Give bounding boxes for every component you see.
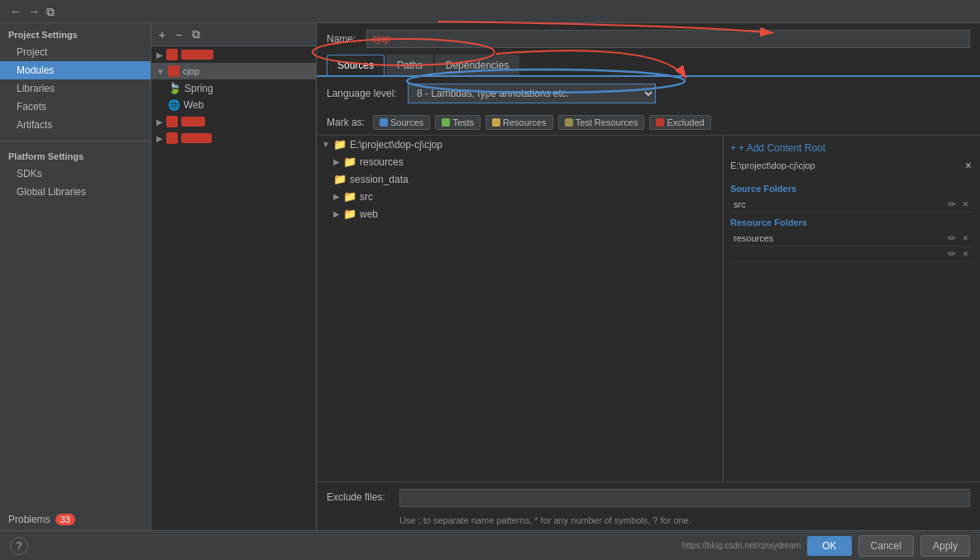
problems-label: Problems [8, 514, 50, 525]
module-name-product: product [181, 133, 212, 143]
sidebar-item-label: Modules [17, 65, 54, 76]
name-row: Name: [317, 23, 980, 55]
exclude-row: Exclude files: [317, 481, 980, 514]
right-panel-main: Name: Sources Paths Dependencies Languag… [317, 23, 980, 530]
sidebar-item-libraries[interactable]: Libraries [0, 79, 151, 98]
project-settings-title: Project Settings [0, 23, 151, 43]
bottom-bar: ? https://blog.csdn.net/cjnxydream OK Ca… [0, 530, 980, 560]
exclude-input[interactable] [399, 489, 970, 507]
url-text: https://blog.csdn.net/cjnxydream [682, 541, 801, 550]
lang-select[interactable]: 8 - Lambdas, type annotations etc. 7 - D… [408, 84, 656, 103]
tree-item-label: Web [184, 99, 203, 111]
add-module-button[interactable]: + [156, 26, 168, 43]
tree-item-cjop[interactable]: ▼ cjop [151, 63, 316, 79]
plus-icon: + [730, 142, 736, 154]
source-folders-title: Source Folders [730, 184, 973, 194]
sidebar-item-artifacts[interactable]: Artifacts [0, 116, 151, 134]
arrow-icon: ▼ [156, 67, 165, 76]
remove-source-folder-button[interactable]: × [961, 199, 970, 210]
tree-item-account[interactable]: ▶ account [151, 46, 316, 63]
file-item-resources[interactable]: ▶ 📁 resources [317, 153, 723, 170]
mark-test-resources-button[interactable]: Test Resources [558, 115, 645, 130]
mark-tests-button[interactable]: Tests [435, 115, 480, 130]
tree-item-label: Spring [184, 83, 213, 94]
edit-resource-folder-button-2[interactable]: ✏ [946, 248, 958, 260]
remove-resource-folder-button[interactable]: × [961, 232, 970, 244]
file-item-src[interactable]: ▶ 📁 src [317, 188, 723, 205]
remove-module-button[interactable]: − [173, 26, 184, 43]
file-tree-root[interactable]: ▼ 📁 E:\project\dop-cj\cjop [317, 136, 723, 153]
file-item-web[interactable]: ▶ 📁 web [317, 205, 723, 223]
help-button[interactable]: ? [10, 537, 28, 555]
close-button[interactable]: × [963, 159, 973, 172]
sidebar-item-sdks[interactable]: SDKs [0, 165, 151, 183]
sources-dot-icon [380, 118, 388, 127]
module-tree: + − ⧉ ▶ account ▼ cjop 🍃 Spring 🌐 Web ▶ [151, 23, 317, 530]
sidebar-item-facets[interactable]: Facets [0, 98, 151, 116]
arrow-icon: ▶ [156, 117, 163, 127]
sidebar-item-label: Libraries [17, 83, 55, 94]
tree-item-web[interactable]: 🌐 Web [151, 97, 316, 113]
tree-toolbar: + − ⧉ [151, 23, 316, 46]
arrow-icon: ▶ [333, 157, 340, 166]
edit-source-folder-button[interactable]: ✏ [946, 199, 958, 210]
platform-settings-title: Platform Settings [0, 145, 151, 165]
test-resources-dot-icon [565, 118, 573, 127]
add-content-root-button[interactable]: + + Add Content Root [730, 142, 825, 154]
arrow-icon: ▶ [156, 134, 163, 143]
forward-button[interactable]: → [25, 4, 43, 19]
sidebar-item-label: SDKs [17, 168, 42, 179]
source-folder-entry-src: src ✏ × [730, 197, 973, 213]
mark-test-resources-label: Test Resources [576, 117, 638, 127]
mark-resources-button[interactable]: Resources [485, 115, 553, 130]
file-item-label: resources [360, 156, 404, 168]
top-bar: ← → ⧉ [0, 0, 980, 23]
module-icon [168, 65, 179, 77]
apply-button[interactable]: Apply [920, 535, 970, 557]
sidebar-item-modules[interactable]: Modules [0, 61, 151, 79]
folder-icon: 📁 [343, 208, 356, 220]
source-folder-text: src [734, 199, 746, 209]
sidebar-item-label: Global Libraries [17, 186, 86, 198]
sidebar-item-global-libraries[interactable]: Global Libraries [0, 183, 151, 201]
resource-folder-entry-1: resources ✏ × [730, 231, 973, 246]
copy-button[interactable]: ⧉ [43, 4, 58, 19]
module-icon [166, 49, 178, 60]
folder-icon: 📁 [343, 190, 356, 203]
tree-item-product[interactable]: ▶ product [151, 130, 316, 146]
folder-icon: 📁 [333, 138, 347, 151]
file-item-session-data[interactable]: 📁 session_data [317, 170, 723, 188]
mark-sources-button[interactable]: Sources [373, 115, 430, 130]
back-button[interactable]: ← [7, 4, 25, 19]
tab-paths[interactable]: Paths [386, 55, 433, 75]
exclude-hint: Use ; to separate name patterns, * for a… [317, 514, 980, 530]
lang-label: Language level: [327, 88, 401, 99]
remove-resource-folder-button-2[interactable]: × [961, 248, 970, 260]
tests-dot-icon [442, 118, 450, 127]
copy-module-button[interactable]: ⧉ [189, 26, 203, 43]
file-item-label: session_data [350, 174, 409, 185]
mark-resources-label: Resources [503, 117, 547, 127]
file-item-label: src [360, 191, 373, 203]
resource-folder-actions: ✏ × [946, 232, 970, 244]
tab-dependencies[interactable]: Dependencies [435, 55, 520, 75]
module-icon [166, 116, 178, 127]
resource-folder-text: resources [734, 233, 773, 243]
tree-item-spring[interactable]: 🍃 Spring [151, 79, 316, 97]
info-panel: + + Add Content Root E:\project\dop-cj\c… [724, 136, 980, 481]
bottom-buttons: OK Cancel Apply [807, 535, 970, 557]
mark-sources-label: Sources [390, 117, 423, 127]
ok-button[interactable]: OK [807, 536, 851, 556]
module-name-cjop: cjop [183, 66, 199, 76]
info-panel-header: + + Add Content Root [730, 142, 973, 154]
sidebar-item-project[interactable]: Project [0, 43, 151, 61]
name-input[interactable] [366, 30, 970, 48]
file-tree-root-label: E:\project\dop-cj\cjop [350, 139, 442, 151]
cancel-button[interactable]: Cancel [858, 535, 914, 557]
tabs-row: Sources Paths Dependencies [317, 55, 980, 77]
edit-resource-folder-button[interactable]: ✏ [946, 232, 958, 244]
problems-section: Problems 33 [0, 509, 151, 530]
mark-excluded-button[interactable]: Excluded [649, 115, 710, 130]
tree-item-libsun[interactable]: ▶ libsun [151, 113, 316, 130]
tab-sources[interactable]: Sources [327, 55, 385, 75]
